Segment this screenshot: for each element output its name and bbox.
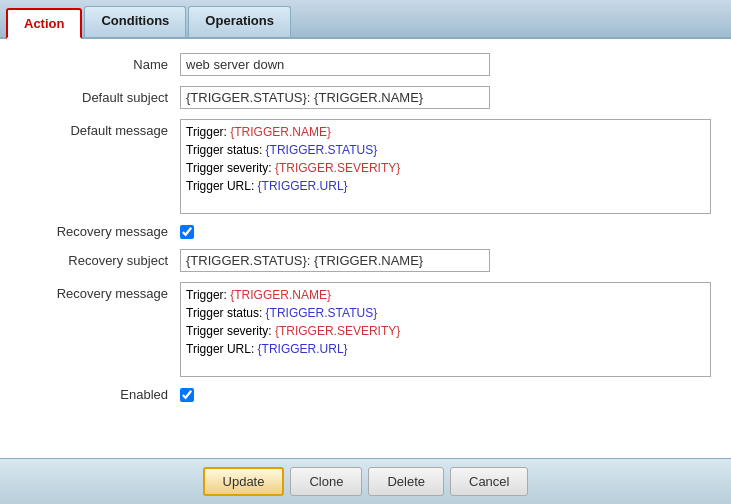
cancel-button[interactable]: Cancel (450, 467, 528, 496)
rm-line1-prefix: Trigger: (186, 288, 230, 302)
recovery-subject-label: Recovery subject (20, 249, 180, 268)
enabled-checkbox[interactable] (180, 388, 194, 402)
name-field-wrapper (180, 53, 490, 76)
dm-line3-var: {TRIGGER.SEVERITY} (275, 161, 400, 175)
dm-line4-prefix: Trigger URL: (186, 179, 258, 193)
rm-line4-var: {TRIGGER.URL} (258, 342, 348, 356)
default-subject-row: Default subject (20, 86, 711, 109)
tab-operations[interactable]: Operations (188, 6, 291, 37)
recovery-subject-field-wrapper (180, 249, 490, 272)
dm-line2-prefix: Trigger status: (186, 143, 266, 157)
dm-line4-var: {TRIGGER.URL} (258, 179, 348, 193)
rm-line2-prefix: Trigger status: (186, 306, 266, 320)
rm-line3-var: {TRIGGER.SEVERITY} (275, 324, 400, 338)
dm-line1-prefix: Trigger: (186, 125, 230, 139)
main-content: Name Default subject Default message Tri… (0, 39, 731, 458)
name-row: Name (20, 53, 711, 76)
enabled-row: Enabled (20, 387, 711, 402)
name-input[interactable] (180, 53, 490, 76)
recovery-message-textarea[interactable]: Trigger: {TRIGGER.NAME} Trigger status: … (180, 282, 711, 377)
default-subject-input[interactable] (180, 86, 490, 109)
recovery-message-row: Recovery message Trigger: {TRIGGER.NAME}… (20, 282, 711, 377)
default-message-textarea[interactable]: Trigger: {TRIGGER.NAME} Trigger status: … (180, 119, 711, 214)
default-message-label: Default message (20, 119, 180, 138)
default-message-row: Default message Trigger: {TRIGGER.NAME} … (20, 119, 711, 214)
clone-button[interactable]: Clone (290, 467, 362, 496)
dm-line2-var: {TRIGGER.STATUS} (266, 143, 378, 157)
recovery-message-checkbox[interactable] (180, 225, 194, 239)
tab-conditions[interactable]: Conditions (84, 6, 186, 37)
default-subject-field-wrapper (180, 86, 490, 109)
delete-button[interactable]: Delete (368, 467, 444, 496)
default-subject-label: Default subject (20, 86, 180, 105)
rm-line2-var: {TRIGGER.STATUS} (266, 306, 378, 320)
name-label: Name (20, 53, 180, 72)
recovery-message-checkbox-label: Recovery message (20, 224, 180, 239)
recovery-message2-label: Recovery message (20, 282, 180, 301)
dm-line3-prefix: Trigger severity: (186, 161, 275, 175)
enabled-label: Enabled (20, 387, 180, 402)
update-button[interactable]: Update (203, 467, 285, 496)
dm-line1-var: {TRIGGER.NAME} (230, 125, 331, 139)
recovery-message-checkbox-row: Recovery message (20, 224, 711, 239)
tab-action[interactable]: Action (6, 8, 82, 39)
bottom-bar: Update Clone Delete Cancel (0, 458, 731, 504)
rm-line4-prefix: Trigger URL: (186, 342, 258, 356)
rm-line1-var: {TRIGGER.NAME} (230, 288, 331, 302)
rm-line3-prefix: Trigger severity: (186, 324, 275, 338)
tab-bar: Action Conditions Operations (0, 0, 731, 39)
recovery-subject-input[interactable] (180, 249, 490, 272)
recovery-subject-row: Recovery subject (20, 249, 711, 272)
